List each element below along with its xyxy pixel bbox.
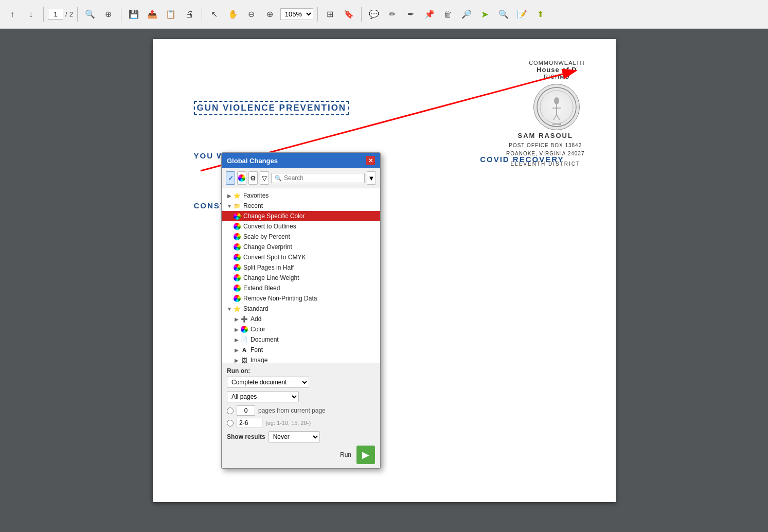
divider-3 (121, 7, 121, 22)
dialog-titlebar: Global Changes ✕ (222, 153, 380, 168)
run-button[interactable]: ▶ (356, 446, 375, 464)
favorites-label: Favorites (243, 192, 269, 199)
export-btn[interactable]: 📤 (144, 6, 160, 23)
expand-standard[interactable]: ▼ (226, 306, 233, 312)
dialog-check-btn[interactable]: ✓ (226, 171, 235, 185)
tree-item-change-specific-color[interactable]: Change Specific Color (222, 211, 380, 221)
dialog-bottom: Run on: Complete document Current page S… (222, 363, 380, 468)
change-specific-color-label: Change Specific Color (243, 212, 305, 220)
search-alt-btn[interactable]: ⊕ (100, 6, 117, 23)
zoom-in-btn[interactable]: ⊕ (262, 6, 278, 23)
zoom-out-btn[interactable]: ⊖ (243, 6, 260, 23)
stamp-btn[interactable]: 🔖 (341, 6, 357, 23)
scroll-down-btn[interactable]: ↓ (23, 6, 39, 23)
tree-item-change-overprint[interactable]: Change Overprint (222, 242, 380, 252)
dialog-gear-btn[interactable]: ⚙ (248, 171, 258, 185)
expand-document[interactable]: ▶ (233, 337, 240, 343)
run-on-select[interactable]: Complete document Current page Selected … (227, 377, 309, 388)
tree-item-image[interactable]: ▶ 🖼 Image (222, 355, 380, 363)
change-color-icon (233, 212, 241, 220)
search-input[interactable] (284, 174, 361, 182)
export2-btn[interactable]: 📋 (163, 6, 179, 23)
tree-item-add[interactable]: ▶ ➕ Add (222, 314, 380, 324)
show-results-select[interactable]: Never Always On error (269, 431, 320, 442)
arrow-cursor-btn[interactable]: ⬆ (532, 6, 549, 23)
expand-image[interactable]: ▶ (233, 358, 240, 363)
ink-btn[interactable]: ✒ (403, 6, 419, 23)
run-button-row: Run ▶ (227, 446, 375, 464)
dialog-filter-btn[interactable]: ▽ (260, 171, 269, 185)
pencil-btn[interactable]: ✏ (384, 6, 401, 23)
pages-range-hint: (eg: 1-10, 15, 20-) (265, 420, 311, 426)
pages-from-radio[interactable] (227, 407, 234, 414)
run-on-label: Run on: (227, 367, 375, 375)
tree-area[interactable]: ▶ ⭐ Favorites ▼ 📁 Recent Change Specific… (222, 188, 380, 363)
dialog-settings-btn[interactable]: ▼ (367, 171, 376, 185)
tree-item-color[interactable]: ▶ Color (222, 324, 380, 334)
print-btn[interactable]: 🖨 (181, 6, 198, 23)
pages-range-input[interactable]: 2-6 (237, 418, 262, 428)
settings-arrow-icon: ▼ (368, 174, 375, 182)
rep-name: SAM RASOUL (506, 132, 585, 139)
tree-item-line-weight[interactable]: Change Line Weight (222, 273, 380, 283)
divider-4 (202, 7, 202, 22)
tree-item-scale-percent[interactable]: Scale by Percent (222, 232, 380, 242)
show-results-row: Show results Never Always On error (227, 431, 375, 442)
remove-nonprinting-label: Remove Non-Printing Data (243, 295, 317, 302)
expand-favorites[interactable]: ▶ (226, 193, 233, 199)
tree-item-extend-bleed[interactable]: Extend Bleed (222, 283, 380, 293)
tree-item-split-pages[interactable]: Split Pages in Half (222, 262, 380, 273)
dialog-color-btn[interactable] (237, 171, 246, 185)
search-box: 🔍 (271, 173, 365, 183)
zoom-control: 105% 50% 75% 100% 125% (280, 8, 313, 20)
cursor-green-btn[interactable]: ➤ (477, 6, 493, 23)
page-input[interactable]: 1 (48, 9, 63, 20)
tree-item-font[interactable]: ▶ A Font (222, 345, 380, 355)
add-label: Add (251, 315, 261, 323)
tree-item-recent[interactable]: ▼ 📁 Recent (222, 201, 380, 211)
expand-color[interactable]: ▶ (233, 327, 240, 332)
pages-from-input[interactable]: 0 (237, 405, 255, 416)
tree-item-remove-nonprinting[interactable]: Remove Non-Printing Data (222, 293, 380, 304)
pages-from-row: 0 pages from current page (227, 405, 375, 416)
tree-item-convert-outlines[interactable]: Convert to Outlines (222, 221, 380, 232)
page-separator: / (65, 10, 67, 18)
svg-point-2 (554, 97, 559, 104)
dialog-close-btn[interactable]: ✕ (366, 156, 375, 165)
tree-item-document[interactable]: ▶ 📄 Document (222, 334, 380, 345)
pages-range-radio[interactable] (227, 420, 234, 427)
hand-btn[interactable]: ✋ (225, 6, 241, 23)
pages-from-text: pages from current page (258, 407, 326, 414)
highlight-btn[interactable]: 📝 (514, 6, 530, 23)
all-pages-select[interactable]: All pages Even pages Odd pages (227, 391, 299, 402)
divider-5 (317, 7, 318, 22)
comment-btn[interactable]: 💬 (366, 6, 382, 23)
convert-spot-icon (233, 253, 241, 261)
search-btn[interactable]: 🔍 (82, 6, 98, 23)
expand-add[interactable]: ▶ (233, 316, 240, 322)
svg-text:VIRGINIA: VIRGINIA (552, 123, 562, 126)
filter-icon: ▽ (262, 174, 267, 182)
magnify-btn[interactable]: 🔍 (495, 6, 512, 23)
stamp2-btn[interactable]: 📌 (421, 6, 438, 23)
document-title: GUN VIOLENCE PREVENTION (194, 101, 350, 115)
covid-recovery-title: COVID RECOVERY (480, 155, 564, 164)
tree-item-convert-spot[interactable]: Convert Spot to CMYK (222, 252, 380, 262)
scroll-up-btn[interactable]: ↑ (4, 6, 21, 23)
convert-spot-label: Convert Spot to CMYK (243, 254, 306, 261)
save-btn[interactable]: 💾 (126, 6, 142, 23)
document-area: COMMONWEALTH House of D RICHMO VIRGINIA (0, 29, 768, 532)
zoom-select[interactable]: 105% 50% 75% 100% 125% (280, 8, 313, 20)
search3-btn[interactable]: 🔎 (458, 6, 475, 23)
document-icon: 📄 (240, 335, 248, 344)
tree-item-favorites[interactable]: ▶ ⭐ Favorites (222, 190, 380, 201)
cursor-btn[interactable]: ↖ (206, 6, 223, 23)
expand-recent[interactable]: ▼ (226, 203, 233, 209)
run-label: Run (340, 451, 351, 458)
expand-font[interactable]: ▶ (233, 347, 240, 353)
color-icon (240, 325, 248, 333)
trash-btn[interactable]: 🗑 (440, 6, 456, 23)
grid-btn[interactable]: ⊞ (322, 6, 338, 23)
tree-item-standard[interactable]: ▼ ⭐ Standard (222, 304, 380, 314)
document-label: Document (251, 336, 279, 343)
